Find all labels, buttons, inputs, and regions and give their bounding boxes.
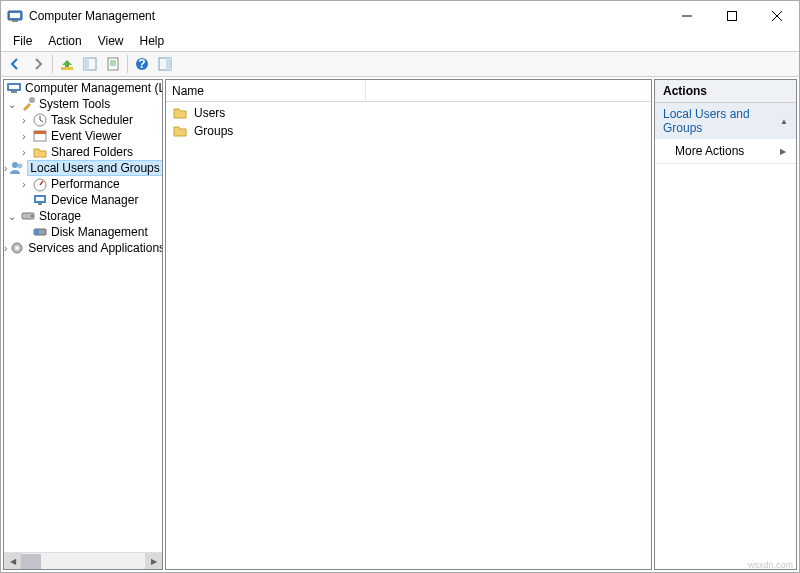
- actions-item-more-actions[interactable]: More Actions ▶: [655, 139, 796, 163]
- tree-item-disk-management[interactable]: Disk Management: [4, 224, 162, 240]
- expand-icon[interactable]: ›: [4, 163, 7, 174]
- list-item-users[interactable]: Users: [170, 104, 647, 122]
- tree-label: Event Viewer: [50, 129, 122, 143]
- list-item-label: Groups: [194, 124, 233, 138]
- collapse-icon[interactable]: ⌄: [6, 99, 18, 110]
- svg-rect-4: [61, 67, 73, 70]
- tree-label: Disk Management: [50, 225, 149, 239]
- scroll-right-button[interactable]: ▶: [145, 553, 162, 570]
- menu-help[interactable]: Help: [132, 32, 173, 50]
- tree-item-services-and-applications[interactable]: › Services and Applications: [4, 240, 162, 256]
- expand-icon[interactable]: ›: [18, 179, 30, 190]
- show-hide-console-tree-button[interactable]: [79, 53, 101, 75]
- svg-rect-1: [10, 13, 20, 18]
- menu-action[interactable]: Action: [40, 32, 89, 50]
- tree-item-root[interactable]: Computer Management (Local: [4, 80, 162, 96]
- tree-item-event-viewer[interactable]: › Event Viewer: [4, 128, 162, 144]
- svg-rect-3: [727, 12, 736, 21]
- list-body[interactable]: Users Groups: [166, 102, 651, 569]
- toolbar: ?: [1, 51, 799, 77]
- svg-rect-18: [34, 131, 46, 134]
- svg-text:?: ?: [138, 57, 145, 71]
- titlebar[interactable]: Computer Management: [1, 1, 799, 31]
- performance-icon: [32, 176, 48, 192]
- computer-management-window: Computer Management File Action View Hel…: [0, 0, 800, 573]
- tree-label: Device Manager: [50, 193, 139, 207]
- expand-icon[interactable]: ›: [4, 243, 7, 254]
- show-hide-action-pane-button[interactable]: [154, 53, 176, 75]
- tree-item-system-tools[interactable]: ⌄ System Tools: [4, 96, 162, 112]
- column-header-name[interactable]: Name: [166, 80, 366, 101]
- services-icon: [9, 240, 25, 256]
- forward-button[interactable]: [27, 53, 49, 75]
- svg-rect-11: [166, 58, 171, 70]
- users-icon: [9, 160, 25, 176]
- tree-label: Services and Applications: [27, 241, 162, 255]
- shared-folders-icon: [32, 144, 48, 160]
- scroll-left-button[interactable]: ◀: [4, 553, 21, 570]
- help-button[interactable]: ?: [131, 53, 153, 75]
- tree-pane: Computer Management (Local ⌄ System Tool…: [3, 79, 163, 570]
- svg-rect-23: [36, 197, 44, 201]
- clock-icon: [32, 112, 48, 128]
- back-button[interactable]: [4, 53, 26, 75]
- expand-icon[interactable]: ›: [18, 115, 30, 126]
- tree-item-device-manager[interactable]: Device Manager: [4, 192, 162, 208]
- svg-rect-2: [12, 20, 18, 22]
- tools-icon: [20, 96, 36, 112]
- properties-button[interactable]: [102, 53, 124, 75]
- tree-label: Computer Management (Local: [24, 81, 162, 95]
- maximize-button[interactable]: [709, 1, 754, 31]
- minimize-button[interactable]: [664, 1, 709, 31]
- tree-label: Task Scheduler: [50, 113, 134, 127]
- actions-group: Local Users and Groups ▲ More Actions ▶: [655, 103, 796, 164]
- computer-icon: [6, 80, 22, 96]
- list-item-groups[interactable]: Groups: [170, 122, 647, 140]
- svg-point-15: [29, 97, 35, 103]
- actions-group-label: Local Users and Groups: [663, 107, 780, 135]
- tree-label: Performance: [50, 177, 121, 191]
- menu-file[interactable]: File: [5, 32, 40, 50]
- window-title: Computer Management: [29, 9, 664, 23]
- svg-point-26: [31, 215, 33, 217]
- tree-item-local-users-and-groups[interactable]: › Local Users and Groups: [4, 160, 162, 176]
- tree-label: Local Users and Groups: [27, 160, 162, 176]
- toolbar-separator: [127, 55, 128, 73]
- tree-item-task-scheduler[interactable]: › Task Scheduler: [4, 112, 162, 128]
- svg-rect-13: [9, 85, 19, 89]
- actions-pane: Actions Local Users and Groups ▲ More Ac…: [654, 79, 797, 570]
- svg-rect-24: [38, 203, 42, 205]
- svg-point-19: [12, 162, 18, 168]
- event-viewer-icon: [32, 128, 48, 144]
- disk-management-icon: [32, 224, 48, 240]
- horizontal-scrollbar[interactable]: ◀ ▶: [4, 552, 162, 569]
- tree-item-shared-folders[interactable]: › Shared Folders: [4, 144, 162, 160]
- actions-group-header[interactable]: Local Users and Groups ▲: [655, 103, 796, 139]
- close-button[interactable]: [754, 1, 799, 31]
- svg-rect-14: [11, 91, 17, 93]
- list-header: Name: [166, 80, 651, 102]
- storage-icon: [20, 208, 36, 224]
- tree-item-performance[interactable]: › Performance: [4, 176, 162, 192]
- scroll-thumb[interactable]: [21, 554, 41, 569]
- device-manager-icon: [32, 192, 48, 208]
- collapse-icon[interactable]: ⌄: [6, 211, 18, 222]
- folder-icon: [172, 123, 188, 139]
- collapse-icon: ▲: [780, 117, 788, 126]
- window-controls: [664, 1, 799, 31]
- tree-view[interactable]: Computer Management (Local ⌄ System Tool…: [4, 80, 162, 552]
- menu-view[interactable]: View: [90, 32, 132, 50]
- watermark: wsxdn.com: [748, 560, 793, 570]
- expand-icon[interactable]: ›: [18, 131, 30, 142]
- svg-rect-6: [84, 58, 89, 70]
- expand-icon[interactable]: ›: [18, 147, 30, 158]
- menubar: File Action View Help: [1, 31, 799, 51]
- up-button[interactable]: [56, 53, 78, 75]
- folder-icon: [172, 105, 188, 121]
- app-icon: [7, 8, 23, 24]
- tree-item-storage[interactable]: ⌄ Storage: [4, 208, 162, 224]
- tree-label: Shared Folders: [50, 145, 134, 159]
- list-item-label: Users: [194, 106, 225, 120]
- svg-point-20: [18, 164, 23, 169]
- svg-rect-7: [108, 58, 118, 70]
